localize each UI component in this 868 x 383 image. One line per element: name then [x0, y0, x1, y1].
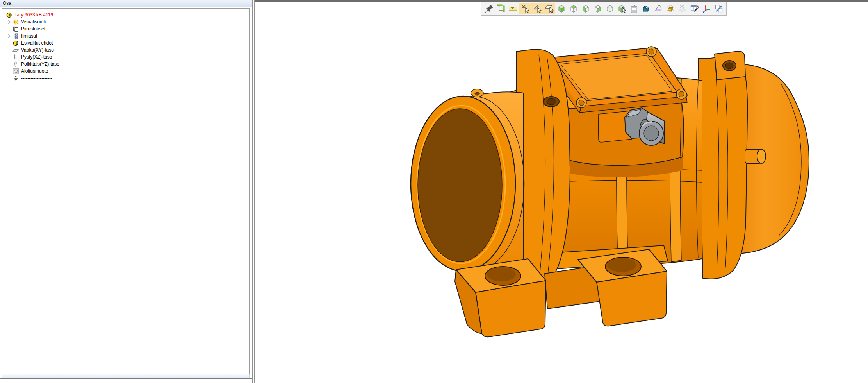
position-dimension-icon	[496, 4, 506, 13]
cube-right-face-button[interactable]	[592, 3, 604, 14]
tree-item-label: Esivalitut ehdot	[21, 40, 53, 46]
tree-item-label: Vaaka(XY)-taso	[21, 47, 54, 53]
tree-item-label: Aloitusmuoto	[21, 68, 48, 74]
mounting-foot-left[interactable]	[455, 259, 546, 337]
tree-item-label: Pysty(XZ)-taso	[21, 54, 52, 60]
drawings-icon	[12, 26, 19, 32]
ruler-button[interactable]	[507, 3, 519, 14]
tree-item-insert-marker[interactable]: --------------------	[2, 75, 249, 82]
plane-yz-icon	[12, 61, 19, 67]
properties-sheet-button[interactable]	[628, 3, 640, 14]
render-wizard-button[interactable]	[688, 3, 700, 14]
extrude-shape-button[interactable]	[640, 3, 652, 14]
sheet-metal-bend-button[interactable]	[652, 3, 664, 14]
tree-item-ilmiasut[interactable]: Ilmiasut	[2, 32, 249, 39]
select-edge-filter-button[interactable]	[531, 3, 543, 14]
panel-bottom-divider	[0, 378, 252, 379]
floating-toolbar	[481, 2, 727, 16]
part-scene-icon	[6, 12, 12, 18]
configurations-icon	[12, 33, 19, 39]
tree-item-visualisointi[interactable]: Visualisointi	[2, 18, 249, 25]
tree-item-plane-xz[interactable]: Pysty(XZ)-taso	[2, 54, 249, 61]
panel-title: Osa	[0, 0, 252, 7]
tree-item-esivalitut-ehdot[interactable]: Esivalitut ehdot	[2, 39, 249, 47]
ruler-icon	[508, 4, 518, 13]
cube-top-face-button[interactable]	[567, 3, 579, 14]
select-vertex-icon	[520, 4, 530, 13]
cube-front-face-button[interactable]	[555, 3, 567, 14]
select-body-icon	[617, 4, 627, 13]
remove-box-button	[676, 3, 688, 14]
cube-left-face-icon	[581, 4, 590, 13]
tree-item-aloitusmuoto[interactable]: Aloitusmuoto	[2, 68, 249, 75]
tree-item-label: --------------------	[21, 75, 52, 81]
chevron-right-icon[interactable]	[6, 34, 12, 39]
extrude-shape-icon	[642, 4, 651, 13]
tree-item-label: Poikittais(YZ)-taso	[21, 61, 59, 67]
pin-icon	[484, 4, 494, 13]
bounding-box-icon	[666, 4, 675, 13]
collapsed-panel-caption[interactable]	[2, 374, 250, 378]
chevron-right-icon[interactable]	[6, 20, 12, 25]
plane-xz-icon	[12, 54, 19, 60]
tree-item-label: Visualisointi	[21, 19, 46, 25]
select-body-button[interactable]	[616, 3, 628, 14]
smooth-solid-button[interactable]	[604, 3, 616, 14]
tree-item-label: Piirustukset	[21, 26, 45, 32]
sheet-metal-bend-icon	[654, 4, 663, 13]
tree-item-plane-xy[interactable]: Vaaka(XY)-taso	[2, 47, 249, 54]
tree-item-label: Tary 9033 kB #119	[14, 12, 53, 18]
select-face-icon	[545, 4, 554, 13]
properties-sheet-icon	[629, 4, 639, 13]
cube-right-face-icon	[593, 4, 602, 13]
smooth-solid-icon	[605, 4, 615, 13]
bounding-box-button[interactable]	[664, 3, 676, 14]
pin-button[interactable]	[483, 3, 495, 14]
panel-splitter[interactable]	[252, 0, 255, 383]
left-end-cap[interactable]	[411, 89, 524, 275]
feature-tree-panel: Osa Tary 9033 kB #119 Visualisointi Piir…	[0, 0, 252, 383]
render-wizard-icon	[690, 4, 699, 13]
select-face-filter-button[interactable]	[543, 3, 555, 14]
start-shape-icon	[12, 68, 19, 74]
select-vertex-filter-button[interactable]	[519, 3, 531, 14]
select-edge-icon	[533, 4, 542, 13]
preset-conditions-icon	[12, 40, 19, 46]
cad-application-window: { "panel": { "title": "Osa", "tree": [ {…	[0, 0, 868, 383]
tree-item-label: Ilmiasut	[21, 33, 37, 39]
tree-item-plane-yz[interactable]: Poikittais(YZ)-taso	[2, 61, 249, 68]
tree-item-piirustukset[interactable]: Piirustukset	[2, 25, 249, 32]
feature-tree[interactable]: Tary 9033 kB #119 Visualisointi Piirustu…	[2, 8, 250, 374]
motor-3d-model[interactable]	[255, 0, 868, 383]
plane-xy-icon	[12, 47, 19, 53]
sun-icon	[12, 19, 19, 25]
cube-front-face-icon	[557, 4, 566, 13]
exchange-view-icon	[714, 4, 724, 13]
triad-axes-button[interactable]	[700, 3, 713, 14]
triad-axes-icon	[702, 4, 711, 13]
remove-box-icon	[678, 4, 687, 13]
position-dimension-button[interactable]	[495, 3, 507, 14]
cube-left-face-button[interactable]	[579, 3, 592, 14]
cube-top-face-icon	[569, 4, 578, 13]
tree-item-root-part[interactable]: Tary 9033 kB #119	[2, 11, 249, 18]
insert-marker-icon	[12, 75, 19, 81]
exchange-view-button[interactable]	[713, 3, 725, 14]
